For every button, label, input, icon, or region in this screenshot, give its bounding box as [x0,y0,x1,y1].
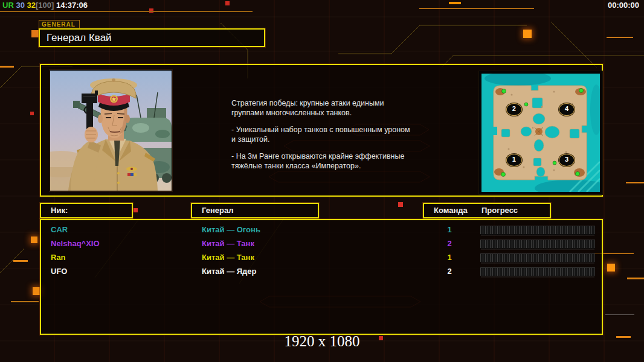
decor-square [30,112,34,115]
loading-screen: UR 30 32[100] 14:37:06 00:00:00 GENERAL … [0,0,644,362]
decor-square [134,208,138,212]
player-rows: CARКитай — Огонь1Nelshaq^XIOКитай — Танк… [41,223,602,279]
start-position-marker: 1 [506,154,522,167]
player-team: 2 [442,239,457,248]
table-row: RanКитай — Танк1 [41,251,602,265]
player-team: 1 [442,225,457,234]
decor-square [523,30,532,38]
decor-line [11,301,39,302]
decor-line [419,8,534,9]
decor-square [398,202,403,207]
description-paragraph: Стратегия победы: крупные атаки едиными … [231,98,425,118]
player-list-panel: CARКитай — Огонь1Nelshaq^XIOКитай — Танк… [40,219,603,335]
player-general: Китай — Огонь [202,225,260,234]
resolution-label: 1920 x 1080 [0,333,644,350]
player-general: Китай — Танк [202,239,254,248]
general-portrait [50,70,172,191]
strategy-description: Стратегия победы: крупные атаки едиными … [231,98,425,178]
fps-label: UR [2,1,14,10]
player-nick: Ran [51,253,66,262]
column-header-team-progress: Команда Прогресс [423,203,551,218]
player-team: 2 [442,267,457,276]
start-position-marker: 3 [559,154,575,167]
decor-square [31,237,37,243]
player-nick: CAR [51,225,68,234]
decor-line [627,278,644,279]
decor-line [607,37,633,38]
stat-value-2: 32 [27,1,36,10]
player-team: 1 [442,253,457,262]
progress-header-label: Прогресс [481,204,518,217]
decor-square [607,264,615,272]
match-timer: 00:00:00 [608,1,639,10]
player-nick: UFO [51,267,67,276]
page-title: Генерал Квай [39,28,265,47]
progress-bar [480,226,595,235]
player-nick: Nelshaq^XIO [51,239,100,248]
general-header-label: Генерал [202,204,233,217]
player-general: Китай — Ядер [202,267,257,276]
decor-line [0,66,14,68]
general-tag: GENERAL [39,20,80,29]
team-header-label: Команда [434,204,468,217]
column-header-nick: Ник: [40,203,133,218]
table-row: UFOКитай — Ядер2 [41,265,602,279]
stat-value-3: [100] [36,1,54,10]
column-header-general: Генерал [191,203,319,218]
description-paragraph: - Уникальный набор танков с повышенным у… [231,125,425,144]
general-info-panel: Стратегия победы: крупные атаки едиными … [40,64,603,197]
system-time: 14:37:06 [56,1,88,10]
progress-bar [480,240,595,249]
decor-square [31,30,39,37]
description-paragraph: - На 3м Ранге открываются крайне эффекти… [231,151,425,171]
table-row: CARКитай — Огонь1 [41,223,602,237]
table-row: Nelshaq^XIOКитай — Танк2 [41,237,602,251]
progress-bar [480,253,595,262]
decor-line [626,182,644,183]
start-position-marker: 4 [559,103,575,116]
minimap-terrain [481,74,600,192]
start-position-marker: 2 [506,103,522,116]
stat-value-1: 30 [16,1,24,10]
decor-line [605,314,634,315]
nick-header-label: Ник: [51,204,68,217]
decor-line [13,260,28,262]
decor-line [0,11,253,12]
decor-square [225,1,230,5]
minimap: 2413 [478,71,603,195]
player-general: Китай — Танк [202,253,254,262]
decor-line [449,2,461,4]
general-name: Генерал Квай [47,32,112,43]
progress-bar [480,267,595,276]
status-bar: UR 30 32[100] 14:37:06 [2,1,88,10]
